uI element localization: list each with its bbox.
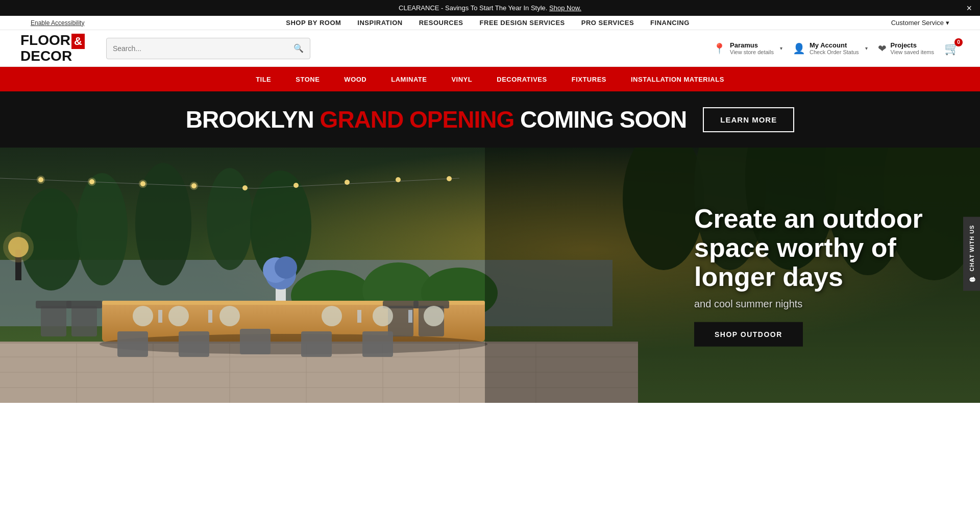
chat-label: CHAT WITH US	[969, 225, 975, 271]
account-chevron-icon: ▾	[865, 45, 868, 51]
hero-content: Create an outdoor space worthy of longer…	[694, 204, 939, 347]
search-input[interactable]	[113, 44, 293, 53]
svg-rect-57	[301, 331, 332, 357]
svg-rect-56	[240, 329, 271, 354]
cat-wood[interactable]: WOOD	[342, 76, 369, 83]
cat-fixtures[interactable]: FIXTURES	[570, 76, 608, 83]
shop-outdoor-button[interactable]: SHOP OUTDOOR	[694, 322, 803, 346]
promo-text-highlight: GRAND OPENING	[320, 106, 514, 133]
nav-resources[interactable]: RESOURCES	[419, 19, 463, 27]
svg-rect-54	[117, 331, 148, 357]
logo-decor: DECOR	[20, 48, 72, 64]
svg-rect-72	[408, 310, 412, 323]
svg-point-25	[190, 182, 198, 190]
svg-point-45	[100, 334, 487, 354]
hero-title: Create an outdoor space worthy of longer…	[694, 204, 939, 292]
cat-tile[interactable]: TILE	[254, 76, 273, 83]
customer-service-label: Customer Service	[891, 19, 944, 27]
svg-point-30	[447, 176, 452, 181]
logo-floor: FLOOR	[20, 32, 70, 48]
accessibility-link[interactable]: Enable Accessibility	[31, 19, 84, 27]
svg-point-4	[77, 173, 128, 285]
nav-financing[interactable]: FINANCING	[650, 19, 690, 27]
nav-pro-services[interactable]: PRO SERVICES	[581, 19, 634, 27]
svg-point-29	[396, 177, 401, 182]
svg-point-64	[168, 306, 189, 326]
svg-point-68	[424, 306, 444, 326]
svg-point-67	[373, 306, 393, 326]
svg-point-75	[3, 232, 34, 262]
cart-button[interactable]: 🛒 0	[944, 41, 960, 56]
promo-text: BROOKLYN GRAND OPENING COMING SOON	[186, 106, 687, 133]
top-nav: SHOP BY ROOM INSPIRATION RESOURCES FREE …	[286, 19, 690, 27]
cat-laminate[interactable]: LAMINATE	[389, 76, 429, 83]
svg-point-62	[275, 256, 297, 279]
hero-section: Create an outdoor space worthy of longer…	[0, 148, 980, 403]
svg-rect-49	[36, 301, 71, 308]
svg-point-26	[242, 185, 248, 190]
customer-service-dropdown[interactable]: Customer Service ▾	[891, 19, 949, 27]
svg-rect-48	[41, 306, 66, 336]
svg-point-27	[293, 183, 299, 188]
svg-rect-55	[179, 331, 209, 357]
nav-inspiration[interactable]: INSPIRATION	[357, 19, 402, 27]
cat-decoratives[interactable]: DECORATIVES	[495, 76, 549, 83]
cart-count: 0	[954, 38, 963, 46]
nav-free-design-services[interactable]: FREE DESIGN SERVICES	[480, 19, 565, 27]
category-nav: TILE STONE WOOD LAMINATE VINYL DECORATIV…	[0, 67, 980, 91]
projects-dropdown[interactable]: ❤ Projects View saved items	[878, 41, 934, 55]
location-icon: 📍	[713, 42, 726, 55]
chevron-down-icon: ▾	[946, 19, 949, 27]
svg-point-21	[88, 178, 96, 186]
svg-point-63	[133, 306, 153, 326]
banner-link[interactable]: Shop Now.	[549, 4, 581, 12]
svg-rect-51	[383, 301, 419, 308]
svg-rect-47	[66, 301, 102, 308]
promo-text-part2: COMING SOON	[514, 106, 687, 133]
projects-sublabel: View saved items	[891, 49, 934, 55]
account-dropdown[interactable]: 👤 My Account Check Order Status ▾	[793, 41, 868, 55]
promo-banner: BROOKLYN GRAND OPENING COMING SOON LEARN…	[0, 91, 980, 148]
site-logo[interactable]: FLOOR& DECOR	[20, 33, 86, 63]
svg-rect-71	[357, 310, 361, 323]
search-bar: 🔍	[106, 38, 310, 59]
nav-shop-by-room[interactable]: SHOP BY ROOM	[286, 19, 341, 27]
chat-icon: 💬	[968, 275, 975, 282]
svg-point-6	[207, 168, 253, 270]
account-sublabel: Check Order Status	[810, 49, 859, 55]
banner-text: CLEARANCE - Savings To Start The Year In…	[399, 4, 547, 12]
cat-vinyl[interactable]: VINYL	[449, 76, 474, 83]
store-city: Paramus	[730, 41, 774, 49]
store-action: View store details	[730, 49, 774, 55]
projects-label: Projects	[891, 41, 934, 49]
svg-point-66	[322, 306, 342, 326]
account-icon: 👤	[793, 42, 805, 55]
account-label: My Account	[810, 41, 859, 49]
svg-point-23	[139, 180, 147, 188]
svg-rect-46	[71, 306, 97, 336]
svg-point-65	[219, 306, 240, 326]
store-location[interactable]: 📍 Paramus View store details ▾	[713, 41, 782, 55]
learn-more-button[interactable]: LEARN MORE	[703, 107, 794, 132]
banner-close[interactable]: ×	[966, 3, 972, 13]
hero-subtitle: and cool summer nights	[694, 298, 939, 309]
cat-stone[interactable]: STONE	[293, 76, 322, 83]
main-header: FLOOR& DECOR 🔍 📍 Paramus View store deta…	[0, 30, 980, 67]
svg-rect-70	[208, 310, 212, 323]
header-actions: 📍 Paramus View store details ▾ 👤 My Acco…	[713, 41, 960, 56]
svg-point-28	[345, 180, 350, 185]
promo-text-part1: BROOKLYN	[186, 106, 320, 133]
svg-point-19	[37, 176, 45, 184]
svg-rect-58	[362, 331, 393, 357]
chat-button[interactable]: 💬 CHAT WITH US	[963, 216, 980, 291]
heart-icon: ❤	[878, 42, 887, 55]
top-banner: CLEARANCE - Savings To Start The Year In…	[0, 0, 980, 16]
accessibility-bar: Enable Accessibility SHOP BY ROOM INSPIR…	[0, 16, 980, 30]
svg-rect-69	[158, 310, 162, 323]
search-icon[interactable]: 🔍	[293, 43, 304, 53]
store-chevron-icon: ▾	[780, 45, 782, 51]
cat-installation-materials[interactable]: INSTALLATION MATERIALS	[629, 76, 726, 83]
logo-ampersand: &	[71, 34, 85, 49]
